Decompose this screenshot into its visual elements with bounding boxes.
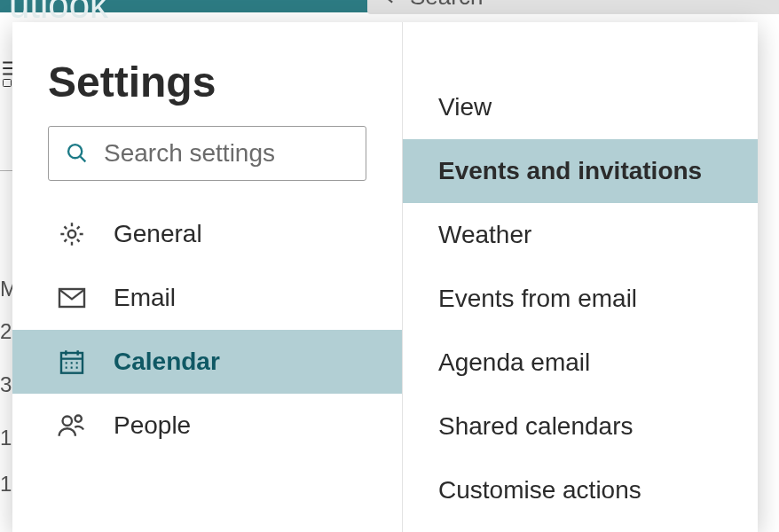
nav-email[interactable]: Email <box>12 266 402 330</box>
sub-label: Customise actions <box>438 476 641 505</box>
svg-rect-0 <box>4 80 12 87</box>
settings-search-input[interactable] <box>104 139 421 168</box>
sub-agenda-email[interactable]: Agenda email <box>403 331 758 395</box>
svg-point-6 <box>75 415 82 421</box>
calendar-strip-fragment: M 2 3 1 1 2 <box>0 64 12 525</box>
back-arrow-icon <box>380 0 397 5</box>
month-label: M <box>0 277 12 301</box>
people-icon <box>57 411 87 441</box>
global-search-placeholder: Search <box>410 0 483 11</box>
sub-label: Weather <box>438 221 531 249</box>
settings-search[interactable] <box>48 126 366 181</box>
sub-label: Events from email <box>438 285 637 313</box>
global-search[interactable]: Search <box>367 0 779 14</box>
calendar-icon <box>57 347 87 377</box>
search-icon <box>65 141 90 166</box>
gear-icon <box>57 219 87 249</box>
envelope-icon <box>57 283 87 313</box>
settings-nav: General Email <box>12 202 402 458</box>
sub-label: Events and invitations <box>438 157 702 185</box>
sub-customise-actions[interactable]: Customise actions <box>403 458 758 522</box>
row-num: 3 <box>0 372 12 397</box>
row-num: 1 <box>0 426 12 450</box>
nav-people[interactable]: People <box>12 394 402 458</box>
nav-label: Calendar <box>114 348 220 376</box>
settings-sub-nav: View Events and invitations Weather Even… <box>403 75 758 522</box>
sub-weather[interactable]: Weather <box>403 203 758 267</box>
nav-calendar[interactable]: Calendar <box>12 330 402 394</box>
row-num: 2 <box>0 319 12 344</box>
settings-title: Settings <box>12 58 402 126</box>
svg-point-1 <box>68 145 82 158</box>
row-num: 2 <box>0 521 12 525</box>
nav-label: Email <box>114 284 176 312</box>
sub-label: Agenda email <box>438 348 590 377</box>
settings-right-column: View Events and invitations Weather Even… <box>403 22 758 532</box>
nav-label: People <box>114 411 191 440</box>
sub-events-invitations[interactable]: Events and invitations <box>403 139 758 203</box>
nav-label: General <box>114 220 202 248</box>
sub-view[interactable]: View <box>403 75 758 139</box>
nav-general[interactable]: General <box>12 202 402 266</box>
settings-left-column: Settings General <box>12 22 403 532</box>
sub-events-from-email[interactable]: Events from email <box>403 267 758 331</box>
sub-label: View <box>438 93 492 121</box>
row-num: 1 <box>0 472 12 497</box>
sub-shared-calendars[interactable]: Shared calendars <box>403 395 758 458</box>
svg-point-2 <box>68 231 76 239</box>
svg-point-5 <box>63 417 72 426</box>
sub-label: Shared calendars <box>438 412 633 441</box>
settings-modal: Settings General <box>12 22 758 532</box>
